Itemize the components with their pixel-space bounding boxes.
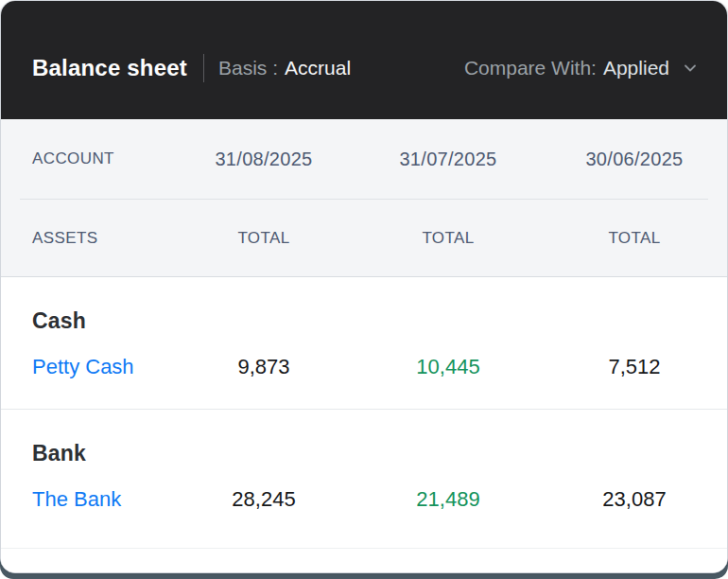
basis-indicator: Basis : Accrual <box>218 57 351 79</box>
section-title-bank: Bank <box>1 441 727 466</box>
footer-strip <box>1 549 727 572</box>
value-cell: 7,512 <box>540 354 728 379</box>
table-row: The Bank 28,245 21,489 23,087 <box>1 486 727 512</box>
value-cell: 21,489 <box>356 486 540 512</box>
table-body: Cash Petty Cash 9,873 10,445 7,512 Bank … <box>1 277 727 572</box>
totals-header-row: ASSETS TOTAL TOTAL TOTAL <box>1 200 727 276</box>
column-header-total-1: TOTAL <box>171 229 356 248</box>
compare-with-dropdown[interactable]: Compare With: Applied <box>464 57 699 79</box>
account-link-the-bank[interactable]: The Bank <box>32 487 121 511</box>
section-bank: Bank The Bank 28,245 21,489 23,087 <box>1 410 727 548</box>
basis-label: Basis : <box>218 57 278 79</box>
compare-with-value: Applied <box>603 57 669 79</box>
table-row: Petty Cash 9,873 10,445 7,512 <box>1 354 727 379</box>
value-cell: 23,087 <box>540 486 728 512</box>
value-cell: 10,445 <box>356 354 540 379</box>
value-cell: 9,873 <box>171 354 356 379</box>
value-cell: 28,245 <box>171 486 356 512</box>
date-header-row: ACCOUNT 31/08/2025 31/07/2025 30/06/2025 <box>1 119 727 199</box>
compare-with-label: Compare With: <box>464 57 597 79</box>
column-header-total-2: TOTAL <box>356 229 540 248</box>
column-header-date-1: 31/08/2025 <box>171 149 356 170</box>
column-header-account: ACCOUNT <box>1 149 171 168</box>
balance-sheet-widget: Balance sheet Basis : Accrual Compare Wi… <box>0 0 728 579</box>
column-header-date-2: 31/07/2025 <box>356 149 540 170</box>
basis-value: Accrual <box>285 57 351 79</box>
section-cash: Cash Petty Cash 9,873 10,445 7,512 <box>1 277 727 409</box>
header-divider <box>203 54 204 82</box>
group-header-assets: ASSETS <box>1 229 171 248</box>
page-title: Balance sheet <box>32 55 187 81</box>
column-header-date-3: 30/06/2025 <box>540 149 728 170</box>
section-title-cash: Cash <box>1 308 727 334</box>
table-header: ACCOUNT 31/08/2025 31/07/2025 30/06/2025… <box>1 119 727 277</box>
account-link-petty-cash[interactable]: Petty Cash <box>32 355 134 378</box>
chevron-down-icon <box>682 60 699 77</box>
column-header-total-3: TOTAL <box>540 229 728 248</box>
report-header: Balance sheet Basis : Accrual Compare Wi… <box>1 1 727 119</box>
balance-sheet-card: Balance sheet Basis : Accrual Compare Wi… <box>0 0 728 573</box>
